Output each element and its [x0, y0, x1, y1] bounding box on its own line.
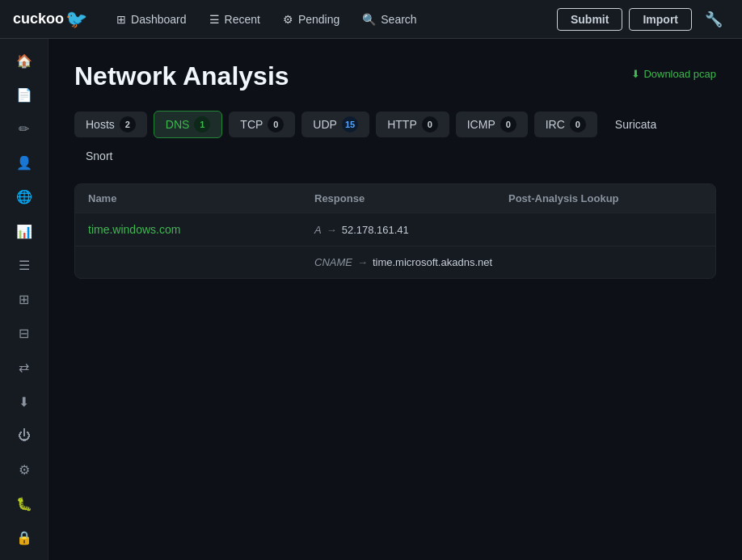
page-header: Network Analysis ⬇ Download pcap — [74, 61, 716, 91]
tool-button[interactable]: 🔧 — [698, 7, 729, 32]
col-name-header: Name — [88, 192, 314, 204]
sidebar-item-edit[interactable]: ✏ — [8, 113, 40, 144]
tab-hosts-label: Hosts — [86, 118, 115, 131]
tab-irc-badge: 0 — [570, 116, 586, 133]
sidebar-item-power[interactable]: ⏻ — [8, 420, 40, 451]
tab-icmp-label: ICMP — [467, 118, 495, 131]
tab-dns[interactable]: DNS 1 — [154, 111, 223, 138]
tab-http-badge: 0 — [422, 116, 438, 133]
sidebar-item-file[interactable]: 📄 — [8, 79, 40, 110]
nav-actions: Submit Import 🔧 — [557, 7, 729, 32]
download-label: Download pcap — [643, 68, 716, 80]
tab-dns-label: DNS — [166, 118, 190, 131]
sidebar-item-list[interactable]: ☰ — [8, 250, 40, 280]
tab-dns-badge: 1 — [194, 116, 210, 133]
tab-tcp-label: TCP — [240, 118, 263, 131]
tab-icmp[interactable]: ICMP 0 — [456, 112, 528, 137]
pending-icon: ⚙ — [283, 13, 293, 26]
import-button[interactable]: Import — [629, 8, 692, 31]
sidebar-item-exchange[interactable]: ⇄ — [8, 352, 40, 383]
nav-pending[interactable]: ⚙ Pending — [273, 8, 349, 31]
main-layout: 🏠 📄 ✏ 👤 🌐 📊 ☰ ⊞ ⊟ ⇄ ⬇ ⏻ ⚙ 🐛 🔒 Network An… — [0, 39, 742, 560]
tab-suricata[interactable]: Suricata — [604, 113, 668, 136]
tab-snort-label: Snort — [86, 149, 112, 162]
logo-text: cuckoo — [13, 11, 64, 27]
download-pcap-link[interactable]: ⬇ Download pcap — [631, 68, 716, 80]
submit-button[interactable]: Submit — [557, 8, 622, 31]
record-type-cname: CNAME — [314, 256, 352, 268]
sidebar-item-home[interactable]: 🏠 — [8, 45, 40, 76]
nav-search[interactable]: 🔍 Search — [352, 8, 426, 31]
top-navigation: cuckoo 🐦 ⊞ Dashboard ☰ Recent ⚙ Pending … — [0, 0, 742, 39]
col-response-header: Response — [314, 192, 508, 204]
tab-suricata-label: Suricata — [615, 118, 656, 131]
tab-hosts-badge: 2 — [120, 116, 136, 133]
cname-address: time.microsoft.akadns.net — [373, 256, 492, 268]
tab-irc[interactable]: IRC 0 — [534, 112, 597, 137]
tab-tcp-badge: 0 — [268, 116, 284, 133]
page-title: Network Analysis — [74, 61, 289, 91]
sidebar-item-share[interactable]: 👤 — [8, 148, 40, 179]
sidebar-item-settings[interactable]: ⚙ — [8, 454, 40, 485]
sidebar-item-debug[interactable]: 🐛 — [8, 489, 40, 520]
tab-udp-label: UDP — [313, 118, 337, 131]
tab-http-label: HTTP — [387, 118, 417, 131]
ip-address: 52.178.161.41 — [342, 224, 409, 236]
dashboard-icon: ⊞ — [116, 13, 126, 26]
dns-response-cname-cell: CNAME → time.microsoft.akadns.net — [314, 256, 508, 268]
nav-items: ⊞ Dashboard ☰ Recent ⚙ Pending 🔍 Search — [107, 8, 557, 31]
arrow-icon: → — [357, 256, 368, 268]
sidebar-item-grid[interactable]: ⊞ — [8, 284, 40, 314]
tab-irc-label: IRC — [546, 118, 565, 131]
tab-icmp-badge: 0 — [500, 116, 516, 133]
main-content: Network Analysis ⬇ Download pcap Hosts 2… — [48, 39, 742, 560]
nav-recent-label: Recent — [225, 13, 260, 26]
network-tabs: Hosts 2 DNS 1 TCP 0 UDP 15 HTTP 0 ICMP 0 — [74, 111, 716, 167]
search-icon: 🔍 — [362, 13, 376, 26]
tab-udp-badge: 15 — [342, 116, 358, 133]
arrow-icon: → — [327, 224, 337, 236]
nav-pending-label: Pending — [298, 13, 339, 26]
download-icon: ⬇ — [631, 68, 640, 80]
tab-tcp[interactable]: TCP 0 — [229, 112, 295, 137]
sidebar-item-download[interactable]: ⬇ — [8, 386, 40, 417]
tab-snort[interactable]: Snort — [74, 145, 124, 167]
dns-response-a-cell: A → 52.178.161.41 — [314, 224, 508, 236]
tab-http[interactable]: HTTP 0 — [376, 112, 449, 137]
table-header: Name Response Post-Analysis Lookup — [75, 184, 715, 213]
recent-icon: ☰ — [209, 13, 220, 26]
sidebar: 🏠 📄 ✏ 👤 🌐 📊 ☰ ⊞ ⊟ ⇄ ⬇ ⏻ ⚙ 🐛 🔒 — [0, 39, 48, 560]
record-type-a: A — [314, 224, 322, 236]
logo: cuckoo 🐦 — [13, 9, 87, 30]
sidebar-item-chart[interactable]: 📊 — [8, 216, 40, 246]
tab-udp[interactable]: UDP 15 — [301, 112, 369, 137]
dns-table: Name Response Post-Analysis Lookup time.… — [74, 183, 716, 279]
nav-dashboard-label: Dashboard — [131, 13, 187, 26]
dns-name-cell[interactable]: time.windows.com — [88, 223, 314, 236]
col-postanalysis-header: Post-Analysis Lookup — [508, 192, 702, 204]
logo-bird-icon: 🐦 — [65, 9, 87, 30]
sidebar-item-grid2[interactable]: ⊟ — [8, 318, 40, 349]
nav-search-label: Search — [381, 13, 416, 26]
nav-recent[interactable]: ☰ Recent — [200, 8, 270, 31]
table-row: CNAME → time.microsoft.akadns.net — [75, 246, 715, 278]
nav-dashboard[interactable]: ⊞ Dashboard — [107, 8, 196, 31]
tab-hosts[interactable]: Hosts 2 — [74, 112, 147, 137]
table-row: time.windows.com A → 52.178.161.41 — [75, 213, 715, 246]
sidebar-item-lock[interactable]: 🔒 — [8, 523, 40, 554]
sidebar-item-network[interactable]: 🌐 — [8, 182, 40, 213]
